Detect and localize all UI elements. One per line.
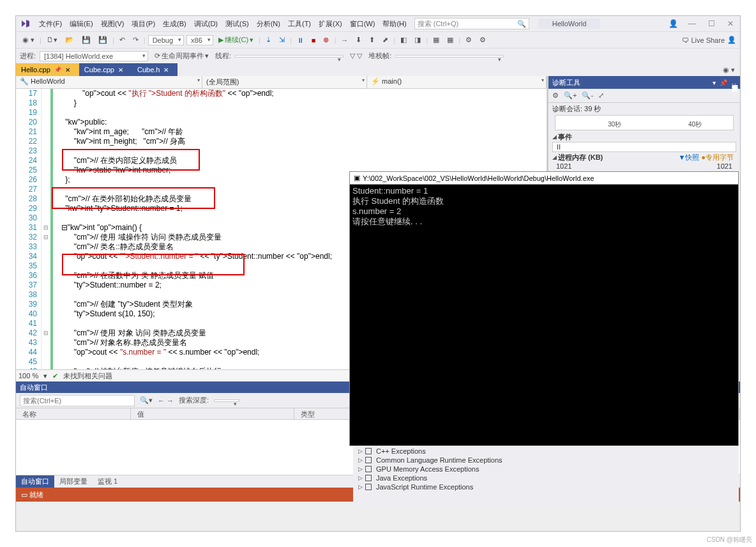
thread-dropdown[interactable] bbox=[235, 55, 344, 58]
menu-item[interactable]: 窗口(W) bbox=[346, 17, 379, 31]
undo-button[interactable]: ↶ bbox=[117, 35, 128, 45]
tab-overflow[interactable]: ◉ ▾ bbox=[718, 63, 740, 76]
highlight-box-3 bbox=[62, 254, 245, 275]
step-button[interactable]: ⇣ bbox=[263, 35, 274, 45]
exception-row[interactable]: GPU Memory Access Exceptions bbox=[353, 465, 739, 474]
pause-icon: II bbox=[557, 143, 561, 151]
highlight-box-1 bbox=[62, 149, 200, 171]
menu-item[interactable]: 帮助(H) bbox=[379, 17, 410, 31]
config-dropdown[interactable]: Debug bbox=[148, 35, 184, 45]
continue-button[interactable]: ▶ 继续(C) ▾ bbox=[216, 34, 256, 46]
menu-item[interactable]: 工具(T) bbox=[284, 17, 315, 31]
no-issues-icon: ✔ bbox=[52, 372, 58, 380]
close-button[interactable]: ✕ bbox=[721, 19, 740, 28]
console-icon: ▣ bbox=[354, 174, 360, 182]
document-tab[interactable]: Hello.cpp📌✕ bbox=[16, 63, 79, 76]
document-tab[interactable]: Cube.cpp✕ bbox=[79, 63, 132, 76]
status-ready-icon: ▭ bbox=[21, 491, 27, 499]
menu-item[interactable]: 文件(F) bbox=[35, 17, 66, 31]
exception-row[interactable]: Java Exceptions bbox=[353, 474, 739, 482]
save-button[interactable]: 💾 bbox=[79, 35, 93, 45]
console-window[interactable]: ▣ Y:\002_WorkSpace\002_VS\HelloWorld\Hel… bbox=[349, 171, 739, 446]
minimize-button[interactable]: — bbox=[683, 19, 702, 28]
exception-row[interactable]: C++ Exceptions bbox=[353, 447, 739, 456]
menu-item[interactable]: 生成(B) bbox=[159, 17, 190, 31]
reset-icon[interactable]: ⤢ bbox=[598, 91, 604, 100]
zoom-in-icon[interactable]: 🔍+ bbox=[564, 91, 577, 100]
menu-item[interactable]: 项目(P) bbox=[128, 17, 159, 31]
menu-item[interactable]: 扩展(X) bbox=[315, 17, 346, 31]
exception-settings-panel[interactable]: C++ ExceptionsCommon Language Runtime Ex… bbox=[353, 447, 739, 507]
nav-scope[interactable]: (全局范围) bbox=[202, 76, 367, 88]
nav-back-button[interactable]: ◉ ▾ bbox=[20, 35, 37, 45]
redo-button[interactable]: ↷ bbox=[130, 35, 141, 45]
open-button[interactable]: 📂 bbox=[63, 35, 77, 45]
diag-session-label: 诊断会话: 39 秒 bbox=[552, 104, 736, 114]
maximize-button[interactable]: ☐ bbox=[702, 19, 721, 28]
diagnostics-header: 诊断工具 ▾📌✕ bbox=[548, 76, 740, 89]
document-tabs: Hello.cpp📌✕Cube.cpp✕Cube.h✕ ◉ ▾ bbox=[16, 63, 740, 76]
auto-search-input[interactable] bbox=[20, 395, 135, 406]
menu-item[interactable]: 视图(V) bbox=[97, 17, 128, 31]
menu-item[interactable]: 测试(S) bbox=[222, 17, 253, 31]
quick-search-input[interactable]: 搜索 (Ctrl+Q) 🔍 bbox=[414, 18, 529, 29]
menu-item[interactable]: 编辑(E) bbox=[66, 17, 97, 31]
bottom-tab[interactable]: 监视 1 bbox=[93, 475, 123, 488]
highlight-box-2 bbox=[52, 187, 215, 209]
zoom-out-icon[interactable]: 🔍- bbox=[582, 91, 593, 100]
debug-toolbar: 进程: [1384] HelloWorld.exe ⟳ 生命周期事件 ▾ 线程:… bbox=[16, 48, 740, 63]
solution-name: HelloWorld bbox=[538, 19, 601, 29]
nav-project[interactable]: 🔧 HelloWorld bbox=[16, 76, 202, 88]
platform-dropdown[interactable]: x86 bbox=[186, 35, 213, 45]
live-share-button[interactable]: 🗨 Live Share bbox=[682, 36, 725, 44]
gear-icon[interactable]: ⚙ bbox=[552, 91, 559, 100]
code-navbar: 🔧 HelloWorld (全局范围) ⚡ main() bbox=[16, 76, 547, 89]
zoom-level[interactable]: 100 % bbox=[19, 372, 38, 380]
exception-row[interactable]: Common Language Runtime Exceptions bbox=[353, 456, 739, 465]
feedback-icon[interactable]: 👤 bbox=[727, 36, 736, 44]
stackframe-dropdown[interactable] bbox=[395, 55, 504, 58]
bottom-tab[interactable]: 自动窗口 bbox=[16, 475, 54, 488]
title-bar: 文件(F)编辑(E)视图(V)项目(P)生成(B)调试(D)测试(S)分析(N)… bbox=[16, 16, 740, 31]
new-item-button[interactable]: 🗋▾ bbox=[44, 35, 60, 45]
process-dropdown[interactable]: [1384] HelloWorld.exe bbox=[40, 51, 148, 61]
diagnostics-toolbar: ⚙ 🔍+ 🔍- ⤢ bbox=[548, 89, 740, 103]
menu-item[interactable]: 分析(N) bbox=[253, 17, 284, 31]
document-tab[interactable]: Cube.h✕ bbox=[132, 63, 178, 76]
account-icon[interactable]: 👤 bbox=[663, 19, 683, 28]
menu-item[interactable]: 调试(D) bbox=[190, 17, 222, 31]
bottom-tab[interactable]: 局部变量 bbox=[54, 475, 93, 488]
main-toolbar: ◉ ▾ | 🗋▾ 📂 💾 💾 | ↶ ↷ | Debug x86 ▶ 继续(C)… bbox=[16, 31, 740, 48]
solution-explorer-tool[interactable]: 解决方案资源管理器 bbox=[729, 76, 740, 84]
exception-row[interactable]: JavaScript Runtime Exceptions bbox=[353, 482, 739, 491]
search-icon: 🔍 bbox=[517, 20, 526, 28]
vs-logo-icon bbox=[16, 19, 35, 29]
diag-timeline[interactable]: 30秒 40秒 bbox=[555, 115, 734, 130]
save-all-button[interactable]: 💾 bbox=[96, 35, 110, 45]
nav-member[interactable]: ⚡ main() bbox=[367, 76, 547, 88]
watermark: CSDN @韩曙亮 bbox=[707, 535, 752, 544]
